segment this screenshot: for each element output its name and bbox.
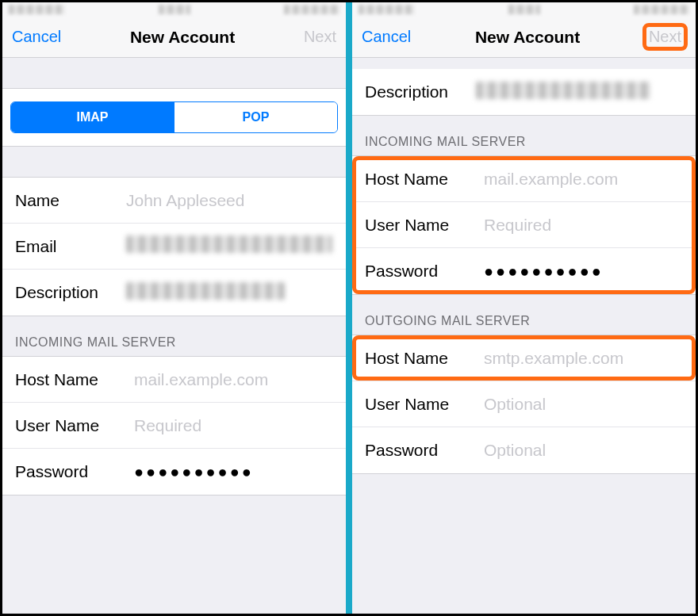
incoming-group: Host Name mail.example.com User Name Req… <box>352 155 696 295</box>
outgoing-password-row[interactable]: Password Optional <box>352 427 696 473</box>
incoming-password-row[interactable]: Password ●●●●●●●●●● <box>352 248 696 294</box>
incoming-password-label: Password <box>15 462 134 481</box>
incoming-user-input[interactable]: Required <box>134 416 333 435</box>
outgoing-password-label: Password <box>365 441 484 460</box>
description-label: Description <box>365 82 476 101</box>
incoming-password-input[interactable]: ●●●●●●●●●● <box>484 262 683 281</box>
cancel-button[interactable]: Cancel <box>12 28 61 46</box>
nav-title: New Account <box>130 28 235 47</box>
outgoing-password-input[interactable]: Optional <box>484 441 683 460</box>
email-row[interactable]: Email <box>2 224 346 270</box>
outgoing-host-row[interactable]: Host Name smtp.example.com <box>352 335 696 381</box>
basic-info-group: Name John Appleseed Email Description <box>2 177 346 316</box>
incoming-header: INCOMING MAIL SERVER <box>352 116 696 155</box>
outgoing-user-input[interactable]: Optional <box>484 395 683 414</box>
outgoing-host-input[interactable]: smtp.example.com <box>484 349 683 368</box>
incoming-host-input[interactable]: mail.example.com <box>484 170 683 189</box>
phone-right: Cancel New Account Next Description INCO… <box>349 2 696 614</box>
email-input[interactable] <box>126 235 333 257</box>
outgoing-group: Host Name smtp.example.com User Name Opt… <box>352 335 696 474</box>
cancel-button[interactable]: Cancel <box>362 28 411 46</box>
incoming-user-input[interactable]: Required <box>484 216 683 235</box>
status-bar <box>2 2 346 17</box>
account-type-segmented: IMAP POP <box>2 88 346 147</box>
description-input[interactable] <box>126 282 333 304</box>
incoming-host-row[interactable]: Host Name mail.example.com <box>352 156 696 202</box>
nav-title: New Account <box>475 28 580 47</box>
incoming-user-label: User Name <box>365 216 484 235</box>
incoming-header: INCOMING MAIL SERVER <box>2 316 346 356</box>
incoming-user-label: User Name <box>15 416 134 435</box>
incoming-user-row[interactable]: User Name Required <box>2 403 346 449</box>
name-row[interactable]: Name John Appleseed <box>2 178 346 224</box>
description-group: Description <box>352 69 696 116</box>
incoming-host-label: Host Name <box>15 370 134 389</box>
outgoing-user-row[interactable]: User Name Optional <box>352 381 696 427</box>
name-input[interactable]: John Appleseed <box>126 191 333 210</box>
outgoing-header-partial: OUTGOING MAIL SERVER <box>2 495 346 515</box>
segment-imap[interactable]: IMAP <box>11 102 174 132</box>
nav-bar: Cancel New Account Next <box>352 17 696 58</box>
incoming-user-row[interactable]: User Name Required <box>352 202 696 248</box>
nav-bar: Cancel New Account Next <box>2 17 346 58</box>
next-button[interactable]: Next <box>644 25 686 49</box>
description-row[interactable]: Description <box>352 69 696 115</box>
description-input[interactable] <box>476 82 683 103</box>
incoming-password-input[interactable]: ●●●●●●●●●● <box>134 463 333 481</box>
status-bar <box>352 2 696 17</box>
description-label: Description <box>15 283 126 302</box>
next-button[interactable]: Next <box>304 28 336 46</box>
incoming-host-row[interactable]: Host Name mail.example.com <box>2 357 346 403</box>
phone-left: Cancel New Account Next IMAP POP Name Jo… <box>2 2 349 614</box>
incoming-password-row[interactable]: Password ●●●●●●●●●● <box>2 449 346 495</box>
outgoing-user-label: User Name <box>365 395 484 414</box>
incoming-group: Host Name mail.example.com User Name Req… <box>2 356 346 495</box>
segment-pop[interactable]: POP <box>174 102 337 132</box>
outgoing-header: OUTGOING MAIL SERVER <box>352 295 696 335</box>
outgoing-host-label: Host Name <box>365 349 484 368</box>
name-label: Name <box>15 191 126 210</box>
description-row[interactable]: Description <box>2 270 346 316</box>
incoming-host-input[interactable]: mail.example.com <box>134 370 333 389</box>
incoming-host-label: Host Name <box>365 170 484 189</box>
incoming-password-label: Password <box>365 262 484 281</box>
email-label: Email <box>15 237 126 256</box>
